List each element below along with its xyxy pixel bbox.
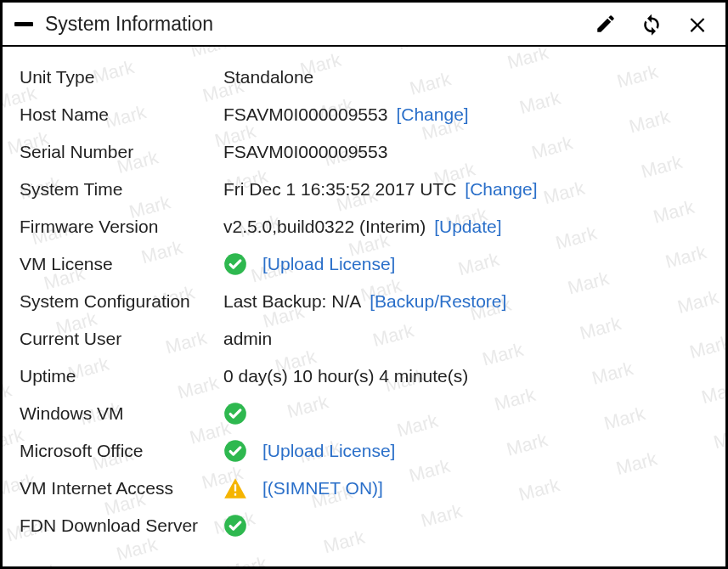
label-windows-vm: Windows VM: [20, 403, 223, 424]
refresh-icon[interactable]: [639, 11, 664, 37]
row-system-time: System Time Fri Dec 1 16:35:52 2017 UTC …: [20, 171, 708, 208]
svg-rect-4: [234, 493, 236, 496]
row-vm-license: VM License [Upload License]: [20, 245, 708, 283]
close-icon[interactable]: [686, 13, 708, 35]
header-actions: [595, 11, 714, 37]
edit-icon[interactable]: [595, 13, 617, 35]
label-current-user: Current User: [20, 329, 223, 349]
row-vm-internet-access: VM Internet Access [(SIMNET ON)]: [20, 470, 708, 507]
label-system-configuration: System Configuration: [20, 291, 223, 312]
value-host-name: FSAVM0I000009553: [223, 104, 387, 125]
warning-icon: [223, 476, 247, 500]
row-serial-number: Serial Number FSAVM0I000009553: [20, 133, 708, 171]
label-unit-type: Unit Type: [20, 67, 223, 87]
update-firmware-link[interactable]: [Update]: [434, 217, 501, 237]
row-uptime: Uptime 0 day(s) 10 hour(s) 4 minute(s): [20, 358, 708, 395]
check-icon: [223, 514, 247, 538]
panel-header: System Information: [3, 3, 725, 47]
value-system-time: Fri Dec 1 16:35:52 2017 UTC: [223, 179, 456, 200]
svg-rect-3: [234, 484, 236, 491]
label-uptime: Uptime: [20, 366, 223, 386]
row-fdn-download-server: FDN Download Server: [20, 507, 708, 544]
label-serial-number: Serial Number: [20, 142, 223, 162]
label-microsoft-office: Microsoft Office: [20, 441, 223, 461]
simnet-link[interactable]: [(SIMNET ON)]: [262, 478, 383, 499]
panel-body: MarkMarkMarkMarkMarkMarkMarkMark MarkMar…: [3, 47, 725, 566]
upload-vm-license-link[interactable]: [Upload License]: [262, 254, 395, 274]
check-icon: [223, 402, 247, 425]
row-unit-type: Unit Type Standalone: [20, 59, 708, 96]
collapse-icon[interactable]: [14, 22, 33, 26]
value-unit-type: Standalone: [223, 67, 313, 87]
label-fdn-download-server: FDN Download Server: [20, 515, 223, 536]
label-system-time: System Time: [20, 179, 223, 200]
row-firmware-version: Firmware Version v2.5.0,build0322 (Inter…: [20, 208, 708, 245]
row-microsoft-office: Microsoft Office [Upload License]: [20, 432, 708, 470]
value-firmware-version: v2.5.0,build0322 (Interim): [223, 217, 426, 237]
value-system-configuration: Last Backup: N/A: [223, 291, 361, 312]
row-host-name: Host Name FSAVM0I000009553 [Change]: [20, 96, 708, 133]
check-icon: [223, 252, 247, 276]
label-vm-license: VM License: [20, 254, 223, 274]
value-serial-number: FSAVM0I000009553: [223, 142, 387, 162]
change-system-time-link[interactable]: [Change]: [465, 179, 537, 200]
system-information-panel: System Information MarkMarkMarkMarkMarkM…: [0, 0, 728, 569]
row-windows-vm: Windows VM: [20, 395, 708, 432]
label-host-name: Host Name: [20, 104, 223, 125]
change-host-name-link[interactable]: [Change]: [396, 104, 468, 125]
label-vm-internet-access: VM Internet Access: [20, 478, 223, 499]
row-current-user: Current User admin: [20, 320, 708, 358]
upload-office-license-link[interactable]: [Upload License]: [262, 441, 395, 461]
label-firmware-version: Firmware Version: [20, 217, 223, 237]
row-system-configuration: System Configuration Last Backup: N/A [B…: [20, 283, 708, 320]
value-uptime: 0 day(s) 10 hour(s) 4 minute(s): [223, 366, 468, 386]
check-icon: [223, 439, 247, 463]
panel-title: System Information: [45, 13, 595, 36]
value-current-user: admin: [223, 329, 272, 349]
backup-restore-link[interactable]: [Backup/Restore]: [370, 291, 506, 312]
